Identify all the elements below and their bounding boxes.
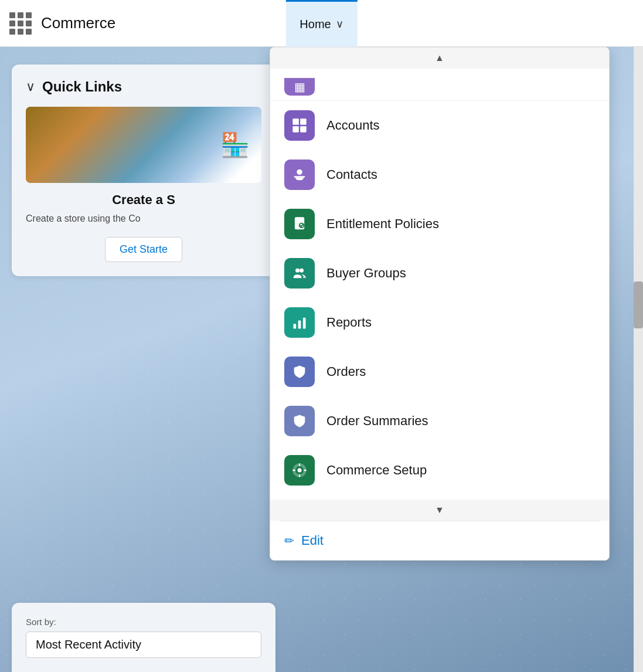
- nav-home-button[interactable]: Home ∨: [285, 0, 357, 47]
- grid-dot: [26, 12, 32, 18]
- dropdown-menu: ▲ ▦ Accounts: [270, 47, 610, 561]
- chevron-down-icon[interactable]: ∨: [26, 79, 35, 94]
- sort-card: Sort by: Most Recent Activity: [12, 603, 275, 672]
- contacts-label: Contacts: [326, 167, 377, 182]
- store-icon: 🏪: [220, 131, 250, 159]
- menu-item-orders[interactable]: Orders: [270, 347, 609, 396]
- accounts-icon: [284, 110, 315, 141]
- commerce-setup-icon: [284, 455, 315, 486]
- svg-point-10: [300, 269, 304, 273]
- create-store-desc: Create a store using the Co: [26, 212, 261, 225]
- quick-links-header: ∨ Quick Links: [26, 79, 261, 95]
- grid-icon[interactable]: [9, 12, 32, 35]
- entitlement-policies-label: Entitlement Policies: [326, 216, 439, 232]
- svg-point-15: [298, 469, 302, 473]
- main-area: ∨ Quick Links 🏪 Create a S Create a stor…: [0, 47, 643, 672]
- svg-rect-14: [303, 318, 306, 329]
- svg-rect-1: [300, 118, 307, 125]
- menu-item-contacts[interactable]: Contacts: [270, 150, 609, 199]
- get-started-button[interactable]: Get Starte: [105, 237, 182, 262]
- scrollbar-thumb[interactable]: [634, 281, 643, 328]
- app-title: Commerce: [41, 14, 115, 32]
- quick-links-title: Quick Links: [42, 79, 122, 95]
- edit-button[interactable]: ✏ Edit: [270, 521, 609, 560]
- grid-dot: [18, 21, 23, 26]
- menu-item-buyer-groups[interactable]: Buyer Groups: [270, 249, 609, 298]
- contacts-icon: [284, 159, 315, 190]
- svg-point-4: [297, 169, 302, 175]
- quick-links-card: ∨ Quick Links 🏪 Create a S Create a stor…: [12, 65, 275, 276]
- grid-dot: [9, 29, 15, 35]
- svg-rect-3: [300, 126, 307, 133]
- reports-icon: [284, 307, 315, 338]
- buyer-groups-icon: [284, 258, 315, 289]
- grid-dot: [18, 12, 23, 18]
- menu-item-entitlement-policies[interactable]: Entitlement Policies: [270, 199, 609, 249]
- sort-by-label: Sort by:: [26, 617, 261, 627]
- nav-chevron-icon: ∨: [336, 18, 343, 30]
- scroll-up-arrow[interactable]: ▲: [270, 47, 609, 69]
- sort-value[interactable]: Most Recent Activity: [26, 632, 261, 658]
- nav-home-label: Home: [300, 18, 331, 31]
- entitlement-policies-icon: [284, 209, 315, 239]
- reports-label: Reports: [326, 315, 372, 330]
- dropdown-scroll-area: ▦ Accounts: [270, 69, 609, 500]
- grid-dot: [18, 29, 23, 35]
- waterfall-image: 🏪: [26, 107, 261, 183]
- scrollbar-track: [634, 47, 643, 672]
- grid-dot: [9, 21, 15, 26]
- edit-label: Edit: [301, 533, 324, 548]
- menu-item-order-summaries[interactable]: Order Summaries: [270, 396, 609, 446]
- svg-rect-13: [298, 321, 301, 329]
- header: Commerce Home ∨: [0, 0, 643, 47]
- edit-icon: ✏: [284, 534, 294, 548]
- scroll-down-arrow[interactable]: ▼: [270, 500, 609, 521]
- svg-rect-5: [294, 176, 305, 177]
- svg-rect-0: [292, 118, 299, 125]
- menu-item-accounts[interactable]: Accounts: [270, 101, 609, 150]
- grid-dot: [26, 21, 32, 26]
- orders-icon: [284, 357, 315, 387]
- svg-rect-19: [304, 470, 307, 471]
- grid-dot: [26, 29, 32, 35]
- grid-dot: [9, 12, 15, 18]
- partial-icon: ▦: [284, 78, 315, 96]
- create-store-title: Create a S: [26, 192, 261, 208]
- order-summaries-icon: [284, 406, 315, 436]
- svg-rect-17: [299, 474, 300, 477]
- dropdown-partial-item: ▦: [270, 73, 609, 101]
- svg-rect-2: [292, 126, 299, 133]
- accounts-label: Accounts: [326, 118, 380, 133]
- order-summaries-label: Order Summaries: [326, 413, 428, 429]
- svg-rect-12: [294, 324, 297, 328]
- menu-item-commerce-setup[interactable]: Commerce Setup: [270, 446, 609, 495]
- orders-label: Orders: [326, 364, 366, 379]
- svg-rect-16: [299, 463, 300, 466]
- svg-point-9: [295, 269, 300, 273]
- commerce-setup-label: Commerce Setup: [326, 463, 427, 478]
- buyer-groups-label: Buyer Groups: [326, 266, 406, 281]
- get-started-button-container: Get Starte: [26, 237, 261, 262]
- svg-rect-18: [292, 470, 295, 471]
- svg-rect-11: [303, 277, 306, 278]
- menu-item-reports[interactable]: Reports: [270, 298, 609, 347]
